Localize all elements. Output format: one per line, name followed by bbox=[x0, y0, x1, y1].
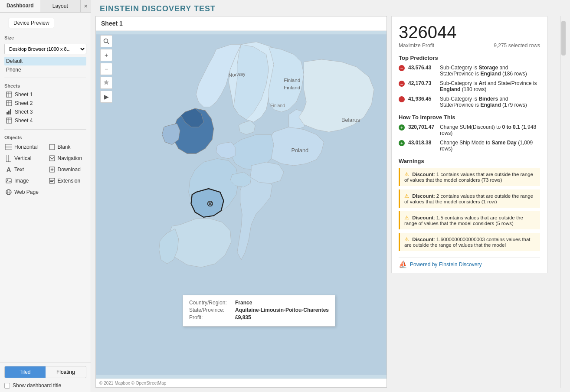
improve-row-2: + 43,018.38 Change Ship Mode to Same Day… bbox=[399, 140, 540, 152]
predictor-row-1: – 43,576.43 Sub-Category is Storage and … bbox=[399, 65, 540, 77]
zoom-in-button[interactable]: + bbox=[100, 49, 112, 61]
svg-text:Finland: Finland bbox=[270, 103, 285, 108]
improve-desc-2: Change Ship Mode to Same Day (1,009 rows… bbox=[440, 140, 540, 152]
download-label: Download bbox=[58, 167, 81, 173]
predictor-desc-3: Sub-Category is Binders and State/Provin… bbox=[440, 96, 540, 108]
svg-text:Finland: Finland bbox=[284, 78, 300, 83]
text-icon: A bbox=[5, 166, 12, 173]
tiled-floating-toggle: Tiled Floating bbox=[4, 366, 86, 378]
svg-rect-7 bbox=[8, 111, 10, 114]
object-vertical[interactable]: Vertical bbox=[4, 153, 43, 163]
tab-layout[interactable]: Layout bbox=[40, 0, 81, 12]
improve-amount-1: 320,701.47 bbox=[408, 124, 436, 130]
svg-point-38 bbox=[209, 203, 211, 205]
improve-icon-2: + bbox=[399, 140, 405, 146]
warning-icon-1: ⚠ bbox=[404, 172, 409, 177]
metric-rows: 9,275 selected rows bbox=[494, 42, 540, 49]
tab-dashboard[interactable]: Dashboard bbox=[0, 0, 40, 12]
einstein-footer: ⛵ Powered by Einstein Discovery bbox=[399, 257, 540, 268]
tooltip-state-row: State/Province: Aquitaine-Limousin-Poito… bbox=[189, 307, 329, 313]
warning-card-3: ⚠ Discount: 1.5 contains values that are… bbox=[399, 211, 540, 229]
show-title-row[interactable]: Show dashboard title bbox=[0, 381, 91, 392]
preset-phone[interactable]: Phone bbox=[4, 65, 86, 74]
object-download[interactable]: Download bbox=[48, 164, 87, 175]
map-search-button[interactable] bbox=[100, 35, 112, 47]
sidebar-tabs: Dashboard Layout × bbox=[0, 0, 91, 13]
svg-text:Belarus: Belarus bbox=[341, 117, 360, 123]
vertical-label: Vertical bbox=[14, 155, 31, 161]
scrollbar[interactable] bbox=[560, 16, 566, 388]
object-image[interactable]: Image bbox=[4, 176, 43, 186]
predictor-desc-1: Sub-Category is Storage and State/Provin… bbox=[440, 65, 540, 77]
tooltip-country-row: Country/Region: France bbox=[189, 300, 329, 306]
sheet-item-1[interactable]: Sheet 1 bbox=[4, 90, 86, 99]
sheet-item-2[interactable]: Sheet 2 bbox=[4, 99, 86, 108]
warning-icon-4: ⚠ bbox=[404, 237, 409, 242]
extension-label: Extension bbox=[58, 178, 81, 184]
pin-button[interactable] bbox=[100, 77, 112, 89]
svg-rect-14 bbox=[49, 144, 55, 150]
zoom-out-button[interactable]: − bbox=[100, 63, 112, 75]
preset-list: Default Phone bbox=[0, 56, 91, 75]
tooltip-profit-label: Profit: bbox=[189, 314, 233, 320]
objects-section: Objects Horizontal Blank Vertical bbox=[0, 132, 91, 199]
object-text[interactable]: A Text bbox=[4, 164, 43, 175]
predictor-row-3: – 41,936.45 Sub-Category is Binders and … bbox=[399, 96, 540, 108]
device-preview-button[interactable]: Device Preview bbox=[9, 18, 54, 28]
svg-rect-23 bbox=[50, 180, 54, 181]
sheet-item-3[interactable]: Sheet 3 bbox=[4, 108, 86, 116]
divider-2 bbox=[4, 129, 86, 130]
sheet-icon-1 bbox=[6, 91, 12, 98]
predictor-icon-3: – bbox=[399, 96, 405, 102]
sheet-item-4[interactable]: Sheet 4 bbox=[4, 116, 86, 125]
improve-amount-2: 43,018.38 bbox=[408, 140, 436, 146]
sheet-icon-2 bbox=[6, 100, 12, 106]
object-navigation[interactable]: Navigation bbox=[48, 153, 87, 163]
sheets-label: Sheets bbox=[4, 83, 86, 88]
warning-icon-3: ⚠ bbox=[404, 215, 409, 220]
object-horizontal[interactable]: Horizontal bbox=[4, 142, 43, 152]
powered-by-link[interactable]: Powered by Einstein Discovery bbox=[410, 261, 482, 268]
warnings-title: Warnings bbox=[399, 158, 540, 164]
metric-subtitle: Maximize Profit 9,275 selected rows bbox=[399, 42, 540, 49]
svg-rect-3 bbox=[7, 101, 12, 106]
sheet-icon-4 bbox=[6, 118, 12, 124]
predictor-amount-2: 42,170.73 bbox=[408, 80, 436, 86]
object-webpage[interactable]: Web Page bbox=[4, 187, 43, 197]
floating-button[interactable]: Floating bbox=[46, 366, 86, 378]
image-label: Image bbox=[14, 178, 29, 184]
predictor-amount-3: 41,936.45 bbox=[408, 96, 436, 102]
close-icon[interactable]: × bbox=[80, 0, 91, 12]
show-title-checkbox[interactable] bbox=[4, 383, 10, 389]
main-content: EINSTEIN DISCOVERY TEST Sheet 1 bbox=[91, 0, 570, 392]
svg-rect-24 bbox=[50, 181, 53, 182]
sheet-label-2: Sheet 2 bbox=[15, 100, 33, 106]
object-extension[interactable]: Extension bbox=[48, 176, 87, 186]
image-icon bbox=[5, 177, 12, 184]
tooltip-state-label: State/Province: bbox=[189, 307, 233, 313]
preset-default[interactable]: Default bbox=[4, 57, 86, 65]
predictor-icon-2: – bbox=[399, 81, 405, 87]
tiled-button[interactable]: Tiled bbox=[5, 366, 46, 378]
play-button[interactable]: ▶ bbox=[100, 91, 112, 103]
sheet-label-3: Sheet 3 bbox=[15, 109, 33, 115]
svg-rect-8 bbox=[10, 109, 11, 114]
svg-rect-17 bbox=[49, 156, 55, 161]
predictor-desc-2: Sub-Category is Art and State/Province i… bbox=[440, 80, 540, 92]
tooltip-country-value: France bbox=[235, 300, 252, 306]
blank-icon bbox=[49, 144, 56, 150]
warning-card-4: ⚠ Discount: 1.6000000000000003 contains … bbox=[399, 233, 540, 251]
scrollbar-thumb[interactable] bbox=[561, 21, 566, 56]
map-footer: © 2021 Mapbox © OpenStreetMap bbox=[96, 379, 387, 387]
svg-text:Poland: Poland bbox=[292, 147, 309, 154]
svg-point-39 bbox=[104, 39, 108, 43]
divider-1 bbox=[4, 78, 86, 78]
vertical-icon bbox=[5, 155, 12, 162]
sheet-label-1: Sheet 1 bbox=[15, 91, 33, 98]
object-blank[interactable]: Blank bbox=[48, 142, 87, 152]
tooltip-profit-value: £9,835 bbox=[235, 314, 251, 320]
size-dropdown[interactable]: Desktop Browser (1000 x 8... bbox=[4, 44, 86, 54]
show-title-label: Show dashboard title bbox=[13, 382, 61, 389]
dashboard-title: EINSTEIN DISCOVERY TEST bbox=[91, 0, 570, 16]
objects-label: Objects bbox=[4, 135, 86, 140]
